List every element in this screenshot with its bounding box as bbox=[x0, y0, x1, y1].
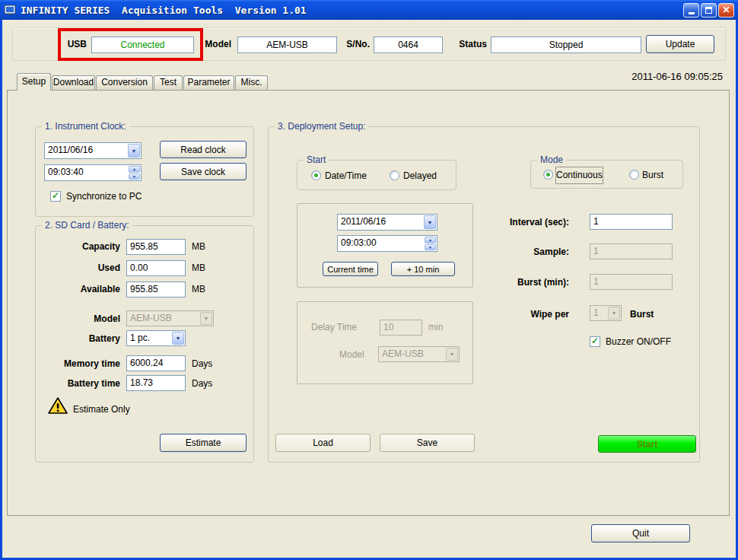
chevron-down-icon[interactable]: ▼ bbox=[172, 332, 184, 345]
clock-time-spinner[interactable]: 09:03:40 ▲ ▼ bbox=[44, 164, 142, 181]
battery-select[interactable]: 1 pc. ▼ bbox=[126, 330, 186, 346]
close-icon: ✕ bbox=[722, 5, 730, 14]
load-button[interactable]: Load bbox=[275, 434, 371, 452]
burst-input: 1 bbox=[590, 274, 673, 290]
spinner-down-icon[interactable]: ▼ bbox=[129, 173, 140, 180]
chevron-down-icon: ▼ bbox=[200, 312, 212, 325]
serial-field: 0464 bbox=[374, 37, 443, 53]
sd-model-select: AEM-USB ▼ bbox=[126, 310, 214, 326]
plus-ten-min-button[interactable]: + 10 min bbox=[391, 262, 455, 276]
sample-label: Sample: bbox=[491, 244, 569, 260]
serial-label: S/No. bbox=[341, 37, 370, 52]
delay-time-input: 10 bbox=[380, 320, 422, 336]
available-unit: MB bbox=[192, 282, 205, 298]
battery-time-label: Battery time bbox=[38, 376, 120, 392]
memory-time-input[interactable]: 6000.24 bbox=[126, 355, 186, 371]
save-button[interactable]: Save bbox=[380, 434, 475, 452]
wipe-per-label: Wipe per bbox=[491, 307, 569, 323]
chevron-down-icon: ▼ bbox=[608, 307, 620, 320]
update-button[interactable]: Update bbox=[646, 35, 714, 53]
check-icon: ✓ bbox=[52, 191, 59, 200]
start-option-title: Start bbox=[304, 154, 329, 165]
app-window: INFINITY SERIES Acquisition Tools Versio… bbox=[0, 0, 738, 560]
battery-value: 1 pc. bbox=[127, 331, 171, 345]
annotation-red-box bbox=[58, 28, 203, 61]
used-input[interactable]: 0.00 bbox=[126, 260, 186, 276]
minimize-icon bbox=[689, 12, 695, 14]
check-icon: ✓ bbox=[591, 336, 599, 345]
capacity-label: Capacity bbox=[38, 239, 120, 255]
close-button[interactable]: ✕ bbox=[718, 3, 734, 18]
available-label: Available bbox=[38, 282, 120, 298]
tab-download[interactable]: Download bbox=[52, 75, 95, 90]
model-label: Model bbox=[199, 37, 231, 52]
radio-burst[interactable] bbox=[629, 170, 639, 180]
mode-option-title: Mode bbox=[537, 154, 566, 165]
minimize-button[interactable] bbox=[683, 3, 699, 18]
estimate-note: Estimate Only bbox=[73, 402, 130, 418]
radio-continuous[interactable] bbox=[543, 170, 553, 180]
clock-date-value: 2011/06/16 bbox=[45, 143, 127, 158]
radio-burst-label[interactable]: Burst bbox=[642, 167, 663, 183]
wipe-per-select: 1 ▼ bbox=[590, 305, 622, 321]
capacity-input[interactable]: 955.85 bbox=[126, 239, 186, 255]
estimate-button[interactable]: Estimate bbox=[160, 434, 247, 452]
tab-conversion[interactable]: Conversion bbox=[96, 75, 153, 90]
interval-label: Interval (sec): bbox=[491, 215, 569, 231]
battery-time-unit: Days bbox=[192, 376, 212, 392]
app-icon bbox=[4, 4, 16, 16]
model-field: AEM-USB bbox=[237, 37, 337, 53]
buzzer-checkbox[interactable]: ✓ bbox=[590, 336, 600, 347]
available-input[interactable]: 955.85 bbox=[126, 282, 186, 298]
title-bar: INFINITY SERIES Acquisition Tools Versio… bbox=[0, 0, 738, 20]
radio-date-time[interactable] bbox=[311, 170, 321, 180]
tab-test[interactable]: Test bbox=[154, 75, 183, 90]
window-controls: ✕ bbox=[683, 3, 734, 18]
spinner-down-icon[interactable]: ▼ bbox=[425, 244, 436, 251]
sd-battery-title: 2. SD Card / Battery: bbox=[42, 220, 132, 231]
capacity-unit: MB bbox=[192, 239, 205, 255]
tab-setup[interactable]: Setup bbox=[17, 73, 51, 91]
tab-misc[interactable]: Misc. bbox=[235, 75, 268, 90]
start-button[interactable]: Start bbox=[598, 435, 696, 453]
battery-label: Battery bbox=[38, 331, 120, 347]
current-time-button[interactable]: Current time bbox=[323, 262, 378, 276]
radio-delayed-label[interactable]: Delayed bbox=[403, 168, 437, 184]
spinner-up-icon[interactable]: ▲ bbox=[129, 166, 140, 173]
start-date-select[interactable]: 2011/06/16 ▼ bbox=[337, 214, 437, 231]
start-date-value: 2011/06/16 bbox=[338, 215, 423, 230]
radio-date-time-label[interactable]: Date/Time bbox=[325, 168, 367, 184]
maximize-button[interactable] bbox=[701, 3, 717, 18]
battery-time-input[interactable]: 18.73 bbox=[126, 375, 186, 391]
chevron-down-icon[interactable]: ▼ bbox=[128, 144, 140, 158]
clock-time-value: 09:03:40 bbox=[45, 165, 128, 180]
burst-label: Burst (min): bbox=[491, 275, 569, 291]
delay-box bbox=[297, 301, 473, 384]
radio-dot bbox=[314, 173, 318, 177]
wipe-per-value: 1 bbox=[590, 306, 607, 320]
deployment-title: 3. Deployment Setup: bbox=[275, 121, 368, 132]
tab-parameter[interactable]: Parameter bbox=[183, 75, 234, 90]
radio-delayed[interactable] bbox=[390, 170, 399, 180]
status-field: Stopped bbox=[491, 37, 641, 53]
sync-pc-checkbox[interactable]: ✓ bbox=[50, 191, 61, 202]
save-clock-button[interactable]: Save clock bbox=[160, 163, 247, 180]
quit-button[interactable]: Quit bbox=[591, 524, 690, 542]
warning-icon bbox=[47, 396, 68, 417]
delay-model-label: Model bbox=[339, 347, 364, 363]
current-datetime: 2011-06-16 09:05:25 bbox=[578, 71, 723, 82]
interval-input[interactable]: 1 bbox=[590, 214, 673, 230]
radio-continuous-label[interactable]: Continuous bbox=[556, 167, 603, 183]
start-time-spinner[interactable]: 09:03:00 ▲ ▼ bbox=[337, 235, 437, 252]
used-unit: MB bbox=[192, 260, 205, 276]
buzzer-label[interactable]: Buzzer ON/OFF bbox=[606, 334, 671, 350]
chevron-down-icon[interactable]: ▼ bbox=[424, 215, 436, 229]
status-label: Status bbox=[452, 37, 487, 52]
sd-model-value: AEM-USB bbox=[127, 311, 199, 326]
spinner-up-icon[interactable]: ▲ bbox=[425, 237, 436, 243]
read-clock-button[interactable]: Read clock bbox=[160, 141, 247, 158]
start-time-value: 09:03:00 bbox=[338, 236, 424, 251]
sync-pc-label[interactable]: Synchronize to PC bbox=[66, 189, 142, 205]
memory-time-label: Memory time bbox=[38, 356, 120, 372]
clock-date-select[interactable]: 2011/06/16 ▼ bbox=[44, 142, 142, 159]
